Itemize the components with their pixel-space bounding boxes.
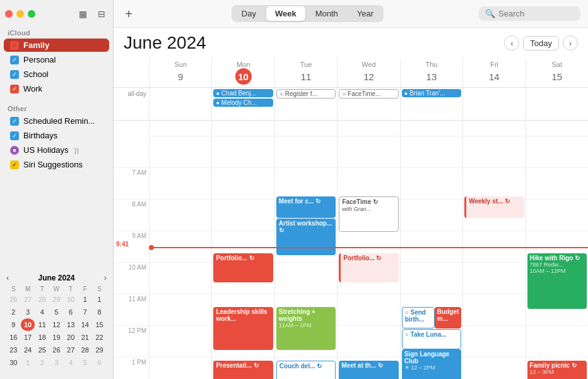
event-facetime[interactable]: FaceTime ↻ with Gran... bbox=[339, 196, 398, 232]
event-meet[interactable]: Meet for c... ↻ bbox=[276, 196, 336, 218]
event-sign-lang[interactable]: Sign Language Club ☀ 12 – 2PM bbox=[402, 349, 461, 379]
mini-cal-day[interactable]: 1 bbox=[78, 293, 93, 306]
event-stretching-tue[interactable]: Stretching + weights 11AM – 1PM bbox=[276, 307, 336, 350]
mini-cal-day[interactable]: 26 bbox=[6, 293, 21, 306]
event-portfolio-wed[interactable]: Portfolio... ↻ bbox=[339, 253, 398, 282]
event-hike[interactable]: Hike with Rigo ↻ 7867 Redw... 10AM – 12P… bbox=[527, 253, 587, 309]
allday-event[interactable]: ○ FaceTime... bbox=[339, 89, 398, 99]
day-col-mon: Portfolio... ↻ Leadership skills work...… bbox=[211, 121, 274, 379]
mini-cal-day[interactable]: 15 bbox=[92, 318, 107, 331]
mini-cal-day[interactable]: 27 bbox=[21, 293, 35, 306]
mini-cal-day[interactable]: 6 bbox=[64, 306, 78, 318]
family-label: Family bbox=[23, 40, 49, 50]
add-event-button[interactable]: + bbox=[121, 6, 136, 21]
sidebar-item-work[interactable]: ✓ Work bbox=[4, 82, 109, 95]
sidebar-item-school[interactable]: ✓ School bbox=[4, 68, 109, 81]
mini-cal-day[interactable]: 16 bbox=[6, 331, 21, 344]
mini-cal-day[interactable]: 4 bbox=[64, 356, 78, 369]
reminders-label: Scheduled Remin... bbox=[23, 116, 95, 126]
mini-cal-day[interactable]: 1 bbox=[92, 293, 107, 306]
event-birthday[interactable]: ○ Send birth... bbox=[402, 307, 435, 328]
time-labels: 7 AM 8 AM 9 AM 10 AM 11 AM 12 PM 1 PM 2 … bbox=[114, 121, 149, 379]
mini-cal-day[interactable]: 6 bbox=[92, 356, 107, 369]
event-luna[interactable]: ○ Take Luna... bbox=[402, 329, 461, 349]
sidebar: ▦ ⊟ iCloud ✓ Family ✓ Personal ✓ School … bbox=[0, 0, 114, 379]
mini-cal-day[interactable]: 10 bbox=[21, 318, 35, 331]
event-meet-at[interactable]: Meet at th... ↻ bbox=[339, 361, 398, 379]
inbox-icon[interactable]: ⊟ bbox=[95, 8, 108, 20]
mini-cal-day[interactable]: 17 bbox=[21, 331, 35, 344]
mini-cal-day[interactable]: 12 bbox=[49, 318, 64, 331]
sidebar-item-family[interactable]: ✓ Family bbox=[4, 39, 109, 52]
day-col-fri: Weekly st... ↻ bbox=[462, 121, 525, 379]
mini-cal-day[interactable]: 28 bbox=[35, 293, 49, 306]
mini-cal-day[interactable]: 25 bbox=[35, 344, 49, 356]
mini-cal-day[interactable]: 9 bbox=[6, 318, 21, 331]
mini-cal-day[interactable]: 30 bbox=[64, 293, 78, 306]
next-week-button[interactable]: › bbox=[563, 35, 578, 51]
sidebar-item-holidays[interactable]: ● US Holidays )) bbox=[4, 143, 109, 157]
close-button[interactable] bbox=[5, 10, 13, 18]
mini-cal-day[interactable]: 7 bbox=[78, 306, 93, 318]
mini-cal-day[interactable]: 23 bbox=[6, 344, 21, 356]
event-presentation-mon[interactable]: Presentati... ↻ bbox=[213, 361, 273, 379]
mini-cal-day[interactable]: 3 bbox=[21, 306, 35, 318]
tab-week[interactable]: Week bbox=[266, 6, 305, 21]
mini-cal-day[interactable]: 22 bbox=[92, 331, 107, 344]
event-couch[interactable]: Couch del... ↻ bbox=[276, 361, 336, 379]
sidebar-item-personal[interactable]: ✓ Personal bbox=[4, 53, 109, 66]
mini-cal-day[interactable]: 5 bbox=[78, 356, 93, 369]
sidebar-item-birthdays[interactable]: ✓ Birthdays bbox=[4, 129, 109, 142]
event-leadership[interactable]: Leadership skills work... bbox=[213, 307, 273, 350]
mini-cal-day[interactable]: 18 bbox=[35, 331, 49, 344]
tab-month[interactable]: Month bbox=[307, 6, 347, 21]
maximize-button[interactable] bbox=[28, 10, 35, 18]
event-portfolio-mon[interactable]: Portfolio... ↻ bbox=[213, 253, 273, 282]
current-time-label: 9:41 bbox=[116, 241, 129, 248]
allday-event[interactable]: ● Chad Benj... bbox=[213, 89, 273, 97]
mini-cal-day[interactable]: 27 bbox=[64, 344, 78, 356]
mini-cal-next[interactable]: › bbox=[104, 273, 107, 282]
search-input[interactable] bbox=[498, 9, 574, 18]
tab-day[interactable]: Day bbox=[233, 6, 265, 21]
tab-year[interactable]: Year bbox=[348, 6, 382, 21]
allday-event[interactable]: ○ Register f... bbox=[276, 89, 336, 99]
mini-cal-day[interactable]: 26 bbox=[49, 344, 64, 356]
mini-cal-day[interactable]: 30 bbox=[6, 356, 21, 369]
allday-label: all-day bbox=[114, 88, 149, 120]
mini-cal-day[interactable]: 2 bbox=[35, 356, 49, 369]
mini-cal-day[interactable]: 28 bbox=[78, 344, 93, 356]
mini-cal-day[interactable]: 11 bbox=[35, 318, 49, 331]
mini-cal-day[interactable]: 19 bbox=[49, 331, 64, 344]
mini-cal-day[interactable]: 24 bbox=[21, 344, 35, 356]
allday-event[interactable]: ● Melody Ch... bbox=[213, 99, 273, 107]
allday-event[interactable]: ● Brian Tran'... bbox=[402, 89, 461, 97]
today-button[interactable]: Today bbox=[523, 36, 559, 51]
mini-cal-day[interactable]: 29 bbox=[49, 293, 64, 306]
mini-cal-table: S M T W T F S 26272829301123456789101112… bbox=[6, 285, 107, 369]
mini-cal-day[interactable]: 29 bbox=[92, 344, 107, 356]
event-weekly[interactable]: Weekly st... ↻ bbox=[464, 196, 524, 218]
event-artist[interactable]: Artist workshop... ↻ bbox=[276, 219, 336, 255]
mini-cal-day[interactable]: 3 bbox=[49, 356, 64, 369]
day-header-sun: Sun 9 bbox=[149, 58, 211, 87]
mini-cal-day[interactable]: 4 bbox=[35, 306, 49, 318]
prev-week-button[interactable]: ‹ bbox=[504, 35, 519, 51]
sidebar-item-siri[interactable]: ✓ Siri Suggestions bbox=[4, 158, 109, 171]
calendar-header: June 2024 ‹ Today › bbox=[114, 28, 588, 58]
mini-cal-day[interactable]: 8 bbox=[92, 306, 107, 318]
mini-cal-day[interactable]: 5 bbox=[49, 306, 64, 318]
mini-cal-prev[interactable]: ‹ bbox=[6, 273, 9, 282]
mini-cal-day[interactable]: 20 bbox=[64, 331, 78, 344]
mini-cal-day[interactable]: 21 bbox=[78, 331, 93, 344]
mini-cal-day[interactable]: 1 bbox=[21, 356, 35, 369]
event-budget[interactable]: Budget m... bbox=[435, 307, 461, 328]
mini-cal-day[interactable]: 2 bbox=[6, 306, 21, 318]
calendar-grid-icon[interactable]: ▦ bbox=[76, 8, 89, 20]
mini-cal-day[interactable]: 13 bbox=[64, 318, 78, 331]
event-family-picnic[interactable]: Family picnic ↻ 12 – 3PM bbox=[527, 361, 587, 379]
mini-cal-day[interactable]: 14 bbox=[78, 318, 93, 331]
minimize-button[interactable] bbox=[16, 10, 24, 18]
sidebar-item-reminders[interactable]: ✓ Scheduled Remin... bbox=[4, 114, 109, 128]
time-grid-scroll[interactable]: 7 AM 8 AM 9 AM 10 AM 11 AM 12 PM 1 PM 2 … bbox=[114, 121, 588, 379]
